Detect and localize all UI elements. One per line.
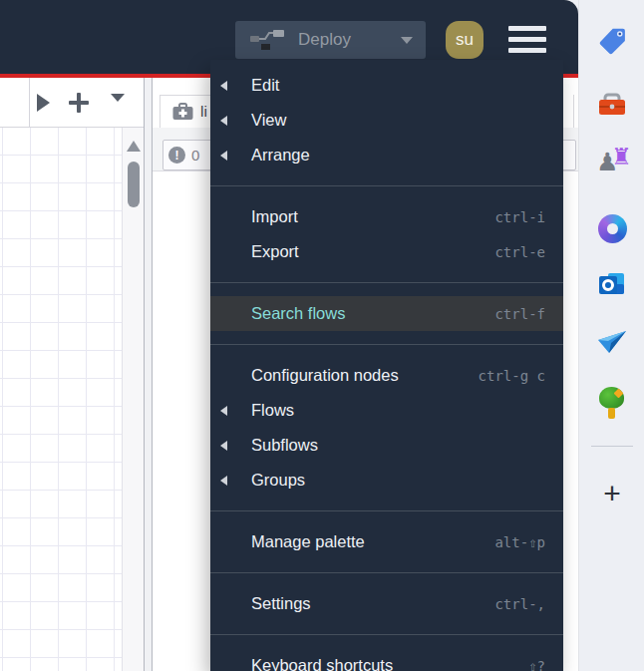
menu-item-settings[interactable]: Settings ctrl-, xyxy=(210,586,563,621)
chess-games-icon[interactable]: ♜ ♟ xyxy=(579,144,644,177)
plus-icon: + xyxy=(603,479,621,508)
canvas-vertical-scrollbar[interactable] xyxy=(122,128,144,671)
deploy-options-caret-icon[interactable] xyxy=(401,37,413,44)
submenu-chevron-left-icon xyxy=(210,151,251,161)
outlook-icon[interactable] xyxy=(579,271,644,299)
triangle-right-icon xyxy=(37,94,50,112)
menu-separator xyxy=(210,572,563,573)
scroll-tabs-right-button[interactable] xyxy=(37,87,61,119)
tab-divider xyxy=(29,78,30,127)
user-avatar[interactable]: su xyxy=(446,21,483,59)
tree-icon[interactable] xyxy=(579,387,644,419)
sidebar-tab-label: li xyxy=(200,103,207,121)
shopping-tag-icon[interactable] xyxy=(579,26,644,56)
menu-item-groups[interactable]: Groups xyxy=(210,463,563,498)
deploy-nodes-icon xyxy=(248,26,288,54)
node-red-window: li ! 0 Depl xyxy=(0,0,578,671)
submenu-chevron-left-icon xyxy=(210,116,251,126)
deploy-button[interactable]: Deploy xyxy=(235,21,426,59)
scrollbar-thumb[interactable] xyxy=(128,162,140,207)
menu-separator xyxy=(210,634,563,635)
menu-separator xyxy=(210,344,563,345)
browser-sidebar: ♜ ♟ xyxy=(578,0,644,671)
menu-item-keyboard-shortcuts[interactable]: Keyboard shortcuts ⇧? xyxy=(210,648,563,671)
main-menu-button[interactable] xyxy=(508,26,546,53)
menu-item-export[interactable]: Export ctrl-e xyxy=(210,234,563,269)
exclamation-circle-icon: ! xyxy=(168,147,185,164)
medkit-icon xyxy=(172,103,193,121)
menu-item-import[interactable]: Import ctrl-i xyxy=(210,199,563,234)
chess-pawn-icon: ♟ xyxy=(596,148,618,176)
flow-tabbar xyxy=(0,78,144,128)
plus-icon xyxy=(77,93,81,113)
menu-item-arrange[interactable]: Arrange xyxy=(210,138,563,172)
sidebar-divider xyxy=(591,446,633,447)
menu-separator xyxy=(210,282,563,283)
menu-item-view[interactable]: View xyxy=(210,103,563,138)
submenu-chevron-left-icon xyxy=(210,441,251,451)
sidebar-splitter[interactable] xyxy=(144,78,153,671)
deploy-button-label: Deploy xyxy=(298,30,351,50)
submenu-chevron-left-icon xyxy=(210,406,251,416)
menu-item-flows[interactable]: Flows xyxy=(210,393,563,428)
chevron-down-icon xyxy=(111,94,125,102)
flow-canvas[interactable] xyxy=(0,128,122,671)
submenu-chevron-left-icon xyxy=(210,476,251,486)
menu-item-edit[interactable]: Edit xyxy=(210,68,563,103)
menu-item-manage-palette[interactable]: Manage palette alt-⇧p xyxy=(210,524,563,559)
add-sidebar-item-button[interactable]: + xyxy=(579,479,644,508)
hamburger-icon xyxy=(508,37,546,42)
toolbox-icon[interactable] xyxy=(579,91,644,121)
issue-count: 0 xyxy=(191,147,199,164)
page: li ! 0 Depl xyxy=(0,0,644,671)
hamburger-icon xyxy=(508,26,546,31)
menu-separator xyxy=(210,510,563,511)
tab-divider xyxy=(573,95,574,128)
add-flow-button[interactable] xyxy=(66,85,92,121)
paper-plane-icon[interactable] xyxy=(579,329,644,355)
menu-item-configuration-nodes[interactable]: Configuration nodes ctrl-g c xyxy=(210,358,563,393)
microsoft-copilot-icon[interactable] xyxy=(579,214,644,243)
hamburger-icon xyxy=(508,48,546,53)
main-dropdown-menu: Edit View Arrange Import ctrl-i xyxy=(210,60,563,671)
menu-item-subflows[interactable]: Subflows xyxy=(210,428,563,463)
flow-list-button[interactable] xyxy=(111,94,127,112)
menu-separator xyxy=(210,185,563,186)
submenu-chevron-left-icon xyxy=(210,81,251,91)
menu-item-search-flows[interactable]: Search flows ctrl-f xyxy=(210,296,563,331)
scroll-up-arrow-icon[interactable] xyxy=(127,141,141,152)
